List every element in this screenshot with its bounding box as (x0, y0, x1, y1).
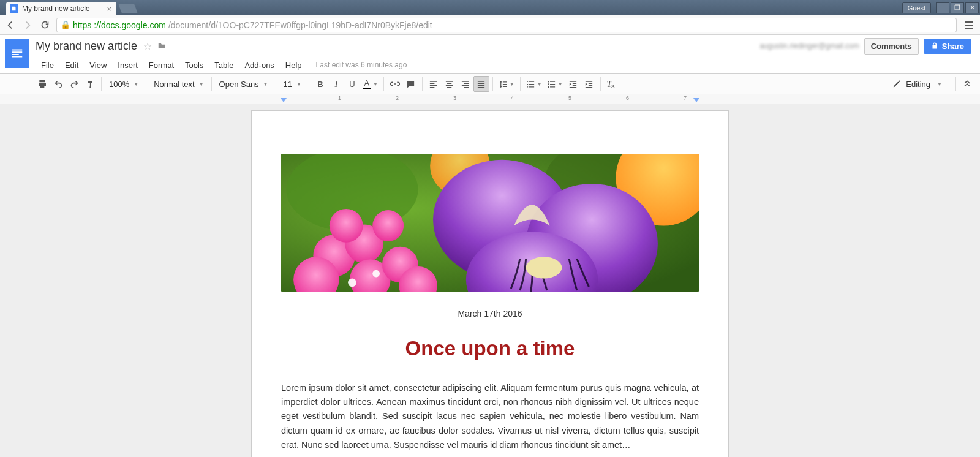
font-value: Open Sans (219, 80, 259, 89)
line-spacing-button[interactable]: ▼ (496, 76, 517, 92)
insert-comment-button[interactable] (403, 76, 419, 92)
align-justify-button[interactable] (473, 76, 489, 92)
ruler[interactable]: 1 2 3 4 5 6 7 (0, 94, 980, 104)
document-body[interactable]: Lorem ipsum dolor sit amet, consectetur … (281, 381, 699, 452)
close-window-button[interactable]: ✕ (965, 2, 979, 13)
folder-icon[interactable] (157, 42, 167, 50)
decrease-indent-button[interactable] (565, 76, 581, 92)
document-heading[interactable]: Once upon a time (281, 337, 699, 360)
document-date[interactable]: March 17th 2016 (281, 309, 699, 319)
lock-icon: 🔒 (61, 20, 70, 29)
numbered-list-button[interactable]: ▼ (524, 76, 545, 92)
align-left-button[interactable] (426, 76, 442, 92)
minimize-button[interactable]: — (936, 2, 949, 13)
forward-button[interactable] (22, 20, 33, 31)
bulleted-list-button[interactable]: ▼ (545, 76, 565, 92)
menu-view[interactable]: View (84, 61, 112, 70)
tab-close-icon[interactable]: × (107, 4, 111, 13)
style-dropdown[interactable]: Normal text▼ (149, 76, 208, 92)
url-field[interactable]: 🔒 https://docs.google.com/document/d/1OO… (56, 18, 957, 32)
last-edit-status[interactable]: Last edit was 6 minutes ago (316, 61, 407, 69)
share-label: Share (942, 42, 964, 51)
tab-title: My brand new article (22, 4, 90, 13)
increase-indent-button[interactable] (581, 76, 597, 92)
menu-table[interactable]: Table (209, 61, 239, 70)
zoom-dropdown[interactable]: 100%▼ (105, 76, 143, 92)
svg-point-21 (526, 257, 562, 278)
menu-edit[interactable]: Edit (59, 61, 84, 70)
toolbar: 100%▼ Normal text▼ Open Sans▼ 11▼ B I U … (0, 74, 980, 94)
menu-help[interactable]: Help (280, 61, 307, 70)
menu-format[interactable]: Format (143, 61, 179, 70)
align-center-button[interactable] (442, 76, 458, 92)
collapse-toolbar-button[interactable] (963, 80, 971, 88)
menu-addons[interactable]: Add-ons (239, 61, 279, 70)
address-bar: 🔒 https://docs.google.com/document/d/1OO… (0, 15, 980, 35)
pencil-icon (892, 80, 901, 88)
maximize-button[interactable]: ❐ (951, 2, 964, 13)
insert-link-button[interactable] (387, 76, 403, 92)
font-dropdown[interactable]: Open Sans▼ (215, 76, 273, 92)
docs-home-icon[interactable] (5, 39, 29, 68)
menu-file[interactable]: File (36, 61, 59, 70)
document-title[interactable]: My brand new article (36, 40, 137, 53)
editing-mode-dropdown[interactable]: Editing ▼ (886, 77, 949, 92)
reload-button[interactable] (39, 20, 50, 31)
url-host: ://docs.google.com (94, 20, 166, 30)
back-button[interactable] (5, 20, 16, 31)
url-path: /document/d/1OO-pC727TFEw0ffgp-l0ingL19b… (168, 20, 432, 30)
font-size-dropdown[interactable]: 11▼ (279, 76, 306, 92)
left-margin-marker[interactable] (281, 98, 287, 102)
redo-button[interactable] (66, 76, 82, 92)
page[interactable]: March 17th 2016 Once upon a time Lorem i… (251, 110, 729, 457)
clear-formatting-button[interactable]: T✕ (604, 76, 620, 92)
document-canvas[interactable]: March 17th 2016 Once upon a time Lorem i… (0, 104, 980, 457)
browser-tab[interactable]: My brand new article × (6, 2, 116, 15)
lock-share-icon (931, 42, 938, 50)
docs-favicon (10, 4, 18, 13)
guest-badge[interactable]: Guest (902, 2, 931, 13)
comments-button[interactable]: Comments (864, 38, 919, 55)
browser-tab-bar: My brand new article × Guest — ❐ ✕ (0, 0, 980, 15)
svg-point-13 (330, 209, 363, 243)
italic-button[interactable]: I (328, 76, 344, 92)
svg-point-2 (548, 86, 549, 88)
share-button[interactable]: Share (924, 39, 971, 54)
new-tab-button[interactable] (118, 4, 138, 13)
svg-point-17 (372, 270, 380, 278)
svg-point-1 (548, 83, 549, 85)
browser-menu-button[interactable] (963, 21, 975, 29)
style-value: Normal text (154, 80, 194, 89)
hero-image[interactable] (281, 154, 699, 292)
url-scheme: https (73, 20, 91, 30)
zoom-value: 100% (109, 80, 129, 89)
app-header: My brand new article ☆ augustin.riedinge… (0, 35, 980, 74)
editing-label: Editing (906, 80, 930, 89)
svg-point-0 (548, 80, 549, 82)
menu-bar: File Edit View Insert Format Tools Table… (0, 57, 980, 73)
user-email[interactable]: augustin.riedinger@gmail.com (760, 42, 859, 50)
right-margin-marker[interactable] (693, 98, 699, 102)
text-color-button[interactable]: A▼ (360, 76, 380, 92)
paint-format-button[interactable] (82, 76, 98, 92)
svg-point-14 (372, 210, 404, 241)
menu-tools[interactable]: Tools (179, 61, 209, 70)
menu-insert[interactable]: Insert (112, 61, 143, 70)
align-right-button[interactable] (458, 76, 473, 92)
underline-button[interactable]: U (344, 76, 360, 92)
star-icon[interactable]: ☆ (143, 40, 152, 52)
bold-button[interactable]: B (312, 76, 328, 92)
font-size-value: 11 (284, 80, 292, 89)
svg-point-16 (348, 278, 356, 287)
print-button[interactable] (34, 76, 50, 92)
undo-button[interactable] (50, 76, 66, 92)
